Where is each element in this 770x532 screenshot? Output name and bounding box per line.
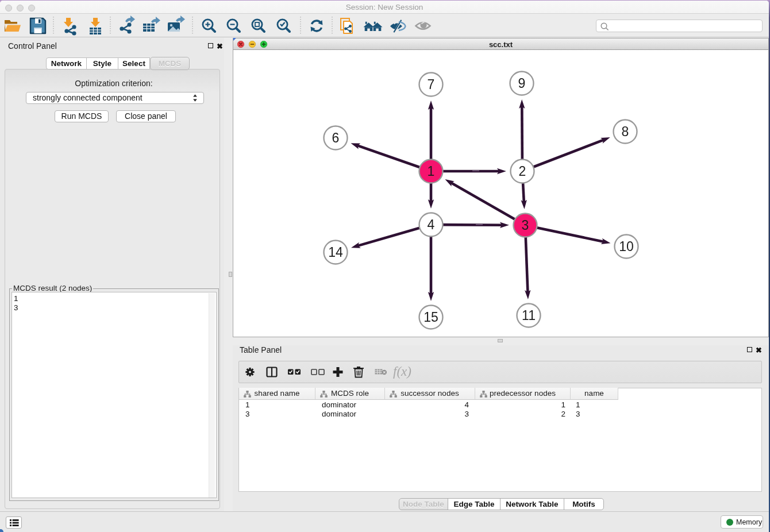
- svg-text:7: 7: [428, 77, 435, 92]
- svg-text:f(x): f(x): [393, 364, 411, 379]
- svg-text:14: 14: [328, 245, 343, 260]
- svg-text:2: 2: [519, 164, 526, 179]
- svg-text:11: 11: [522, 308, 536, 323]
- svg-text:6: 6: [332, 130, 340, 145]
- svg-text:1: 1: [428, 164, 435, 179]
- svg-text:10: 10: [619, 239, 634, 254]
- svg-text:8: 8: [622, 124, 629, 139]
- svg-text:15: 15: [424, 310, 438, 325]
- svg-text:3: 3: [522, 218, 529, 233]
- svg-text:4: 4: [428, 217, 435, 232]
- svg-text:9: 9: [518, 76, 526, 91]
